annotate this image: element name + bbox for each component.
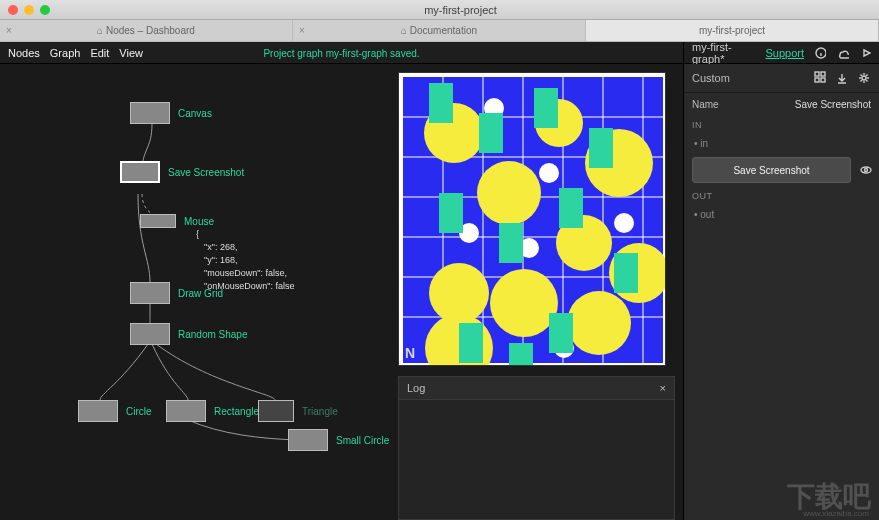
inspector-section-header: Custom (684, 64, 879, 93)
node-small-circle[interactable]: Small Circle (288, 429, 389, 451)
graph-name: my-first-graph* (692, 41, 756, 65)
node-graph[interactable]: Canvas Save Screenshot Mouse { "x": 268,… (0, 64, 398, 520)
out-port[interactable]: • out (684, 205, 879, 224)
download-icon[interactable] (835, 71, 849, 85)
svg-rect-30 (479, 113, 503, 153)
tab-documentation[interactable]: ×⌂ Documentation (293, 20, 586, 41)
save-screenshot-button[interactable]: Save Screenshot (692, 157, 851, 183)
log-body (398, 400, 675, 520)
grid-icon[interactable] (813, 70, 827, 84)
svg-rect-46 (815, 78, 819, 82)
support-link[interactable]: Support (766, 47, 805, 59)
node-random-shape[interactable]: Random Shape (130, 323, 248, 345)
prop-name: Name Save Screenshot (684, 93, 879, 116)
mac-titlebar: my-first-project (0, 0, 879, 20)
traffic-lights (8, 5, 50, 15)
preview-badge: N (405, 345, 415, 361)
app-content: Nodes Graph Edit View Project graph my-f… (0, 42, 879, 520)
node-save-screenshot[interactable]: Save Screenshot (120, 161, 244, 183)
svg-rect-36 (614, 253, 638, 293)
svg-rect-33 (439, 193, 463, 233)
svg-point-14 (477, 161, 541, 225)
svg-rect-31 (534, 88, 558, 128)
svg-rect-45 (821, 72, 825, 76)
minimize-window-button[interactable] (24, 5, 34, 15)
gear-icon[interactable] (857, 71, 871, 85)
svg-rect-29 (429, 83, 453, 123)
menu-view[interactable]: View (119, 47, 143, 59)
log-panel-header[interactable]: Log × (398, 376, 675, 400)
svg-rect-38 (549, 313, 573, 353)
svg-rect-47 (821, 78, 825, 82)
svg-rect-35 (559, 188, 583, 228)
tab-my-first-project[interactable]: my-first-project (586, 20, 879, 41)
workspace: Canvas Save Screenshot Mouse { "x": 268,… (0, 64, 683, 520)
inspector-in-header: IN (684, 116, 879, 134)
prop-name-value[interactable]: Save Screenshot (795, 99, 871, 110)
svg-point-48 (862, 76, 866, 80)
zoom-window-button[interactable] (40, 5, 50, 15)
play-icon[interactable] (859, 46, 871, 60)
node-canvas[interactable]: Canvas (130, 102, 212, 124)
close-tab-icon[interactable]: × (299, 25, 305, 36)
menu-nodes[interactable]: Nodes (8, 47, 40, 59)
node-draw-grid[interactable]: Draw Grid (130, 282, 223, 304)
tab-nodes-dashboard[interactable]: ×⌂ Nodes – Dashboard (0, 20, 293, 41)
svg-point-18 (490, 269, 558, 337)
app-menu-bar: Nodes Graph Edit View (0, 42, 683, 64)
close-icon[interactable]: × (660, 382, 666, 394)
browser-tab-bar: ×⌂ Nodes – Dashboard ×⌂ Documentation my… (0, 20, 879, 42)
inspector-out-header: OUT (684, 187, 879, 205)
left-column: Nodes Graph Edit View Project graph my-f… (0, 42, 683, 520)
menu-edit[interactable]: Edit (90, 47, 109, 59)
svg-point-25 (614, 213, 634, 233)
svg-point-24 (539, 163, 559, 183)
node-mouse[interactable]: Mouse (140, 214, 214, 228)
menu-graph[interactable]: Graph (50, 47, 81, 59)
node-triangle[interactable]: Triangle (258, 400, 338, 422)
eye-icon[interactable] (859, 163, 873, 177)
svg-rect-44 (815, 72, 819, 76)
inspector-panel: my-first-graph* Support Custom Name Save… (683, 42, 879, 520)
inspector-top-bar: my-first-graph* Support (684, 42, 879, 64)
svg-rect-39 (509, 343, 533, 366)
svg-rect-32 (589, 128, 613, 168)
close-window-button[interactable] (8, 5, 18, 15)
in-port[interactable]: • in (684, 134, 879, 153)
info-icon[interactable] (814, 46, 826, 60)
svg-rect-37 (459, 323, 483, 363)
svg-point-19 (567, 291, 631, 355)
canvas-preview: N (398, 72, 666, 366)
menu-items: Nodes Graph Edit View (8, 47, 143, 59)
window-title: my-first-project (50, 4, 871, 16)
svg-rect-34 (499, 223, 523, 263)
svg-marker-43 (864, 50, 870, 56)
log-title: Log (407, 382, 425, 394)
node-rectangle[interactable]: Rectangle (166, 400, 259, 422)
node-circle[interactable]: Circle (78, 400, 152, 422)
preview-column: N Log × (398, 64, 683, 520)
svg-point-50 (865, 169, 868, 172)
close-tab-icon[interactable]: × (6, 25, 12, 36)
cloud-icon[interactable] (836, 46, 848, 60)
